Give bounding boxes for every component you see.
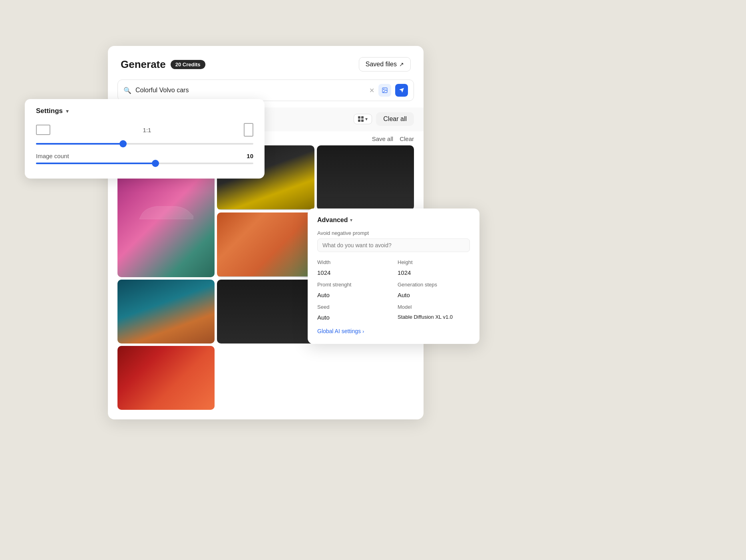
external-link-icon: ↗	[399, 61, 404, 68]
advanced-header: Advanced ▾	[317, 216, 470, 224]
image-count-row: Image count 10	[36, 153, 253, 159]
clear-all-button[interactable]: Clear all	[376, 112, 414, 126]
aspect-ratio-slider-thumb[interactable]	[119, 140, 127, 147]
fields-grid: Width 1024 Height 1024 Promt strenght Au…	[317, 259, 470, 321]
height-field: Height 1024	[398, 259, 470, 276]
panel-header: Generate 20 Credits Saved files ↗	[108, 46, 424, 79]
svg-point-1	[384, 89, 384, 90]
prompt-strength-label: Promt strenght	[317, 282, 390, 288]
image-placeholder-9	[117, 346, 215, 410]
query-actions: Save all Clear	[372, 135, 414, 142]
generation-steps-value: Auto	[398, 292, 470, 298]
height-label: Height	[398, 259, 470, 265]
settings-panel: Settings ▾ 1:1 Image count 10	[25, 99, 265, 179]
image-item-9[interactable]	[117, 346, 215, 410]
global-settings-label: Global AI settings	[317, 328, 361, 334]
global-settings-link[interactable]: Global AI settings ›	[317, 328, 470, 334]
generation-steps-field: Generation steps Auto	[398, 282, 470, 298]
aspect-ratio-row: 1:1	[36, 123, 253, 137]
model-label: Model	[398, 304, 470, 310]
panel-title: Generate	[121, 58, 166, 71]
image-count-slider-thumb[interactable]	[152, 160, 159, 167]
avoid-prompt-section: Avoid negative prompt	[317, 230, 470, 252]
aspect-portrait-icon	[244, 123, 253, 137]
seed-value: Auto	[317, 314, 390, 321]
prompt-strength-field: Promt strenght Auto	[317, 282, 390, 298]
model-value: Stable Diffusion XL v1.0	[398, 314, 470, 320]
chevron-down-icon: ▾	[365, 116, 368, 122]
image-placeholder-5	[217, 212, 314, 276]
avoid-prompt-label: Avoid negative prompt	[317, 230, 470, 236]
image-count-slider-track[interactable]	[36, 163, 253, 164]
aspect-ratio-label: 1:1	[143, 127, 151, 133]
advanced-title: Advanced	[317, 216, 348, 224]
aspect-landscape-icon	[36, 125, 50, 135]
inspiration-controls: ▾ Clear all	[354, 112, 414, 126]
seed-field: Seed Auto	[317, 304, 390, 321]
image-placeholder-7	[217, 280, 314, 344]
aspect-ratio-slider-track[interactable]	[36, 143, 253, 145]
image-placeholder-3	[317, 145, 414, 209]
search-icon: 🔍	[123, 87, 131, 94]
generation-steps-label: Generation steps	[398, 282, 470, 288]
search-bar: 🔍 ✕	[117, 79, 414, 101]
search-input[interactable]	[135, 87, 365, 94]
width-field: Width 1024	[317, 259, 390, 276]
image-item-7[interactable]	[217, 280, 314, 344]
image-item-4[interactable]	[117, 280, 215, 344]
image-count-label: Image count	[36, 153, 69, 159]
image-item-3[interactable]	[317, 145, 414, 210]
search-image-button[interactable]	[378, 84, 391, 97]
grid-toggle-button[interactable]: ▾	[354, 114, 372, 124]
settings-header: Settings ▾	[36, 107, 253, 115]
image-count-value: 10	[247, 153, 253, 159]
settings-chevron-icon[interactable]: ▾	[66, 108, 69, 114]
image-item-5[interactable]	[217, 212, 314, 277]
link-arrow-icon: ›	[362, 328, 364, 334]
settings-title: Settings	[36, 107, 63, 115]
prompt-strength-value: Auto	[317, 292, 390, 298]
search-send-button[interactable]	[395, 84, 408, 97]
advanced-chevron-icon[interactable]: ▾	[350, 217, 352, 223]
grid-icon	[358, 116, 364, 122]
advanced-panel: Advanced ▾ Avoid negative prompt Width 1…	[308, 209, 479, 344]
image-count-slider-fill	[36, 163, 155, 164]
saved-files-label: Saved files	[366, 61, 397, 68]
model-field: Model Stable Diffusion XL v1.0	[398, 304, 470, 321]
aspect-ratio-slider-fill	[36, 143, 123, 145]
height-value: 1024	[398, 269, 470, 276]
search-clear-icon[interactable]: ✕	[369, 87, 374, 94]
avoid-prompt-input[interactable]	[317, 238, 470, 252]
seed-label: Seed	[317, 304, 390, 310]
width-label: Width	[317, 259, 390, 265]
save-all-button[interactable]: Save all	[372, 135, 393, 142]
width-value: 1024	[317, 269, 390, 276]
clear-button[interactable]: Clear	[400, 135, 414, 142]
saved-files-button[interactable]: Saved files ↗	[359, 57, 411, 71]
image-placeholder-4	[117, 280, 215, 344]
credits-badge: 20 Credits	[171, 60, 205, 69]
panel-title-group: Generate 20 Credits	[121, 58, 205, 71]
aspect-ratio-slider-container	[36, 143, 253, 145]
